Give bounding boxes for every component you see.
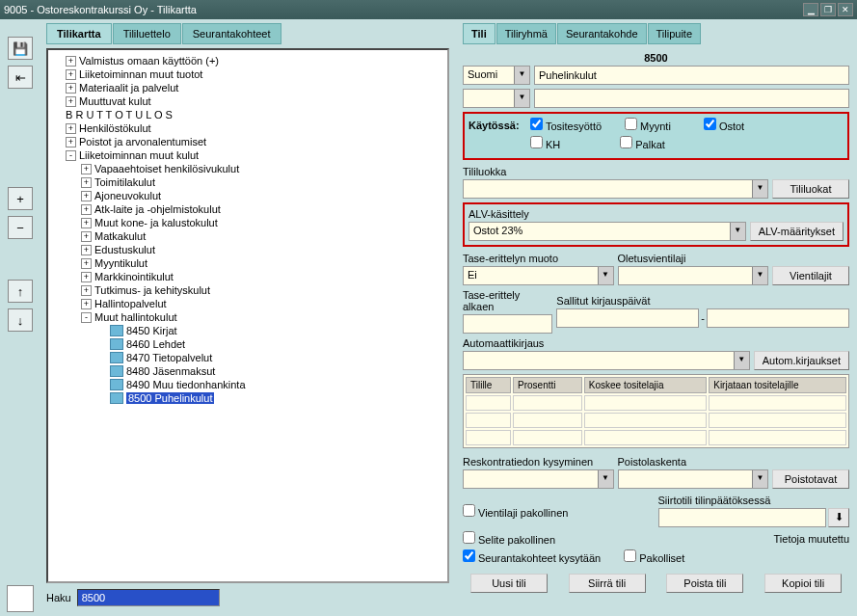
tree-toggle-icon[interactable]: +: [81, 191, 92, 201]
automaattikirjaus-select[interactable]: ▼: [463, 351, 750, 370]
tree-toggle-icon[interactable]: +: [81, 272, 92, 282]
tree-node[interactable]: +Tutkimus- ja kehityskulut: [50, 283, 445, 297]
tree-node[interactable]: +Hallintopalvelut: [50, 297, 445, 310]
poistolaskenta-select[interactable]: ▼: [618, 469, 769, 489]
chk-kh[interactable]: KH: [530, 136, 560, 150]
alv-maaritykset-button[interactable]: ALV-määritykset: [750, 222, 844, 241]
tab-tililuettelo[interactable]: Tililuettelo: [113, 23, 181, 44]
tree-toggle-icon[interactable]: +: [66, 69, 76, 80]
tree-node[interactable]: -Muut hallintokulut: [50, 310, 445, 324]
tab-tilikartta[interactable]: Tilikartta: [46, 23, 112, 44]
siirtotili-input[interactable]: [658, 508, 827, 527]
kopioi-tili-button[interactable]: Kopioi tili: [764, 574, 842, 593]
tree-toggle-icon[interactable]: +: [81, 231, 92, 242]
save-icon[interactable]: 💾: [8, 37, 33, 60]
tree-toggle-icon[interactable]: +: [81, 218, 92, 228]
chk-myynti[interactable]: Myynti: [625, 118, 671, 132]
tree-node[interactable]: +Valmistus omaan käyttöön (+): [50, 54, 445, 67]
tree-node[interactable]: +Markkinointikulut: [50, 270, 445, 283]
plus-button[interactable]: +: [8, 187, 33, 210]
tree-node[interactable]: +Edustuskulut: [50, 243, 445, 256]
tree-node[interactable]: 8490 Muu tiedonhankinta: [50, 378, 445, 391]
tree-toggle-icon[interactable]: +: [81, 258, 92, 269]
tab-tili[interactable]: Tili: [463, 23, 495, 44]
tree-toggle-icon[interactable]: -: [66, 150, 76, 161]
tree-toggle-icon[interactable]: +: [81, 177, 92, 188]
tree-node[interactable]: 8470 Tietopalvelut: [50, 351, 445, 364]
tree-node[interactable]: 8460 Lehdet: [50, 337, 445, 351]
close-button[interactable]: ✕: [838, 3, 853, 16]
tase-alkaen-input[interactable]: [463, 314, 552, 334]
oletusvientilaji-select[interactable]: ▼: [618, 266, 769, 285]
tree-toggle-icon[interactable]: +: [81, 164, 92, 174]
chk-ostot[interactable]: Ostot: [704, 118, 744, 132]
tree-node[interactable]: +Muuttuvat kulut: [50, 94, 445, 108]
tree-toggle-icon[interactable]: +: [66, 56, 76, 67]
chk-palkat[interactable]: Palkat: [620, 136, 665, 150]
sallitut-from-input[interactable]: [556, 308, 699, 328]
vientilajit-button[interactable]: Vientilajit: [772, 266, 849, 285]
tree-node[interactable]: +Poistot ja arvonalentumiset: [50, 135, 445, 148]
tree-toggle-icon[interactable]: +: [81, 245, 92, 255]
chk-tositesyotto[interactable]: Tositesyöttö: [530, 118, 602, 132]
tree-node[interactable]: +Atk-laite ja -ohjelmistokulut: [50, 202, 445, 216]
search-input[interactable]: [77, 589, 220, 606]
poista-tili-button[interactable]: Poista tili: [666, 574, 743, 593]
language-select-2[interactable]: ▼: [463, 89, 530, 108]
tree-node[interactable]: +Liiketoiminnan muut tuotot: [50, 67, 445, 81]
tree-node[interactable]: +Muut kone- ja kalustokulut: [50, 216, 445, 229]
tree-node[interactable]: +Myyntikulut: [50, 256, 445, 270]
table-row[interactable]: [466, 430, 846, 445]
tab-seurantakohteet[interactable]: Seurantakohteet: [182, 23, 281, 44]
tililuokat-button[interactable]: Tililuokat: [772, 179, 849, 199]
alv-select[interactable]: Ostot 23%▼: [469, 222, 746, 241]
minimize-button[interactable]: ▁: [803, 3, 818, 16]
tase-muoto-select[interactable]: Ei▼: [463, 266, 614, 285]
tree-node[interactable]: +Henkilöstökulut: [50, 121, 445, 135]
tree-node[interactable]: 8450 Kirjat: [50, 324, 445, 337]
tree-toggle-icon[interactable]: +: [66, 83, 76, 94]
siirra-tili-button[interactable]: Siirrä tili: [569, 574, 646, 593]
tab-seurantakohde[interactable]: Seurantakohde: [557, 23, 647, 44]
account-name-input[interactable]: [534, 66, 849, 85]
tree-node[interactable]: +Ajoneuvokulut: [50, 189, 445, 202]
chk-seurantakohteet-kysytaan[interactable]: Seurantakohteet kysytään: [463, 549, 601, 564]
autom-kirjaukset-button[interactable]: Autom.kirjaukset: [754, 351, 849, 370]
chk-pakolliset[interactable]: Pakolliset: [624, 549, 684, 564]
table-row[interactable]: [466, 413, 846, 428]
account-name-input-2[interactable]: [534, 89, 849, 108]
up-arrow-button[interactable]: ↑: [8, 280, 33, 303]
tree-toggle-icon[interactable]: +: [66, 137, 76, 147]
tree-toggle-icon[interactable]: +: [81, 299, 92, 309]
reskontra-select[interactable]: ▼: [463, 469, 614, 489]
tree-toggle-icon[interactable]: +: [81, 285, 92, 296]
tree-node[interactable]: +Toimitilakulut: [50, 175, 445, 189]
exit-icon[interactable]: ⇤: [8, 66, 33, 89]
tree-toggle-icon[interactable]: +: [81, 204, 92, 215]
tab-tilipuite[interactable]: Tilipuite: [648, 23, 702, 44]
siirtotili-lookup-button[interactable]: ⬇: [828, 508, 849, 527]
down-arrow-button[interactable]: ↓: [8, 308, 33, 332]
uusi-tili-button[interactable]: Uusi tili: [470, 574, 548, 593]
tree-toggle-icon[interactable]: +: [66, 123, 76, 134]
account-tree[interactable]: +Valmistus omaan käyttöön (+)+Liiketoimi…: [46, 48, 449, 583]
maximize-button[interactable]: ❐: [820, 3, 836, 16]
tree-node[interactable]: B R U T T O T U L O S: [50, 108, 445, 121]
tree-node[interactable]: +Materiaalit ja palvelut: [50, 81, 445, 94]
tree-node[interactable]: +Matkakulut: [50, 229, 445, 243]
language-select[interactable]: Suomi▼: [463, 66, 530, 85]
sallitut-to-input[interactable]: [707, 308, 849, 328]
minus-button[interactable]: −: [8, 216, 33, 239]
poistotavat-button[interactable]: Poistotavat: [772, 469, 849, 489]
tree-node[interactable]: +Vapaaehtoiset henkilösivukulut: [50, 162, 445, 175]
table-row[interactable]: [466, 395, 846, 411]
tree-node[interactable]: 8480 Jäsenmaksut: [50, 364, 445, 378]
tree-toggle-icon[interactable]: +: [66, 96, 76, 107]
tree-toggle-icon[interactable]: -: [81, 312, 92, 323]
chk-selite-pakollinen[interactable]: Selite pakollinen: [463, 531, 655, 546]
tab-tiliryhma[interactable]: Tiliryhmä: [496, 23, 556, 44]
chk-vientilaji-pakollinen[interactable]: Vientilaji pakollinen: [463, 504, 655, 519]
tililuokka-select[interactable]: ▼: [463, 179, 768, 199]
tree-node[interactable]: 8500 Puhelinkulut: [50, 391, 445, 405]
tree-node[interactable]: -Liiketoiminnan muut kulut: [50, 148, 445, 162]
